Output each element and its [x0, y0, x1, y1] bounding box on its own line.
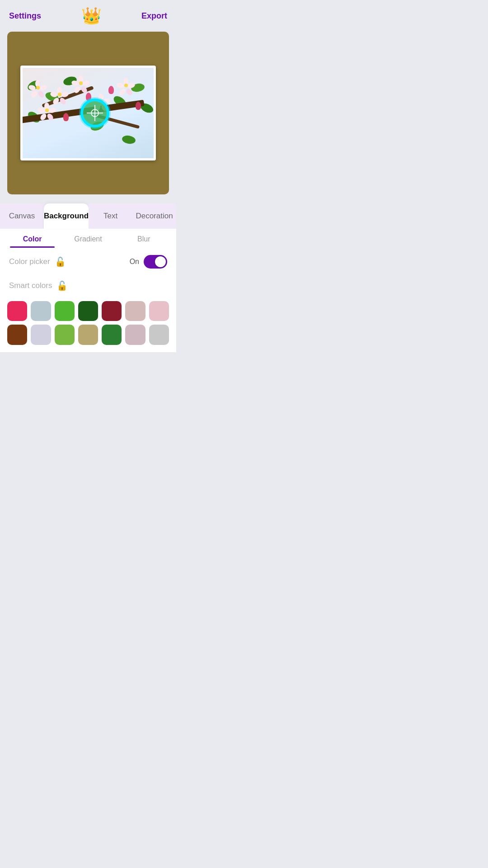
crosshair-icon — [87, 105, 103, 121]
photo-background — [23, 68, 154, 158]
color-picker-label: Color picker 🔓 — [9, 256, 66, 267]
bud — [63, 113, 69, 121]
color-picker-cursor[interactable] — [80, 99, 109, 127]
sub-tab-color[interactable]: Color — [5, 229, 60, 248]
color-swatch[interactable] — [55, 325, 75, 344]
color-swatch[interactable] — [102, 325, 122, 344]
flower — [41, 104, 53, 117]
bottom-panel: Canvas Background Text Decoration Color … — [0, 196, 176, 352]
toggle-row: On — [130, 255, 167, 269]
color-swatch[interactable] — [7, 301, 27, 321]
color-swatch[interactable] — [78, 301, 98, 321]
color-swatch[interactable] — [102, 301, 122, 321]
color-swatch[interactable] — [125, 325, 145, 344]
tab-decoration[interactable]: Decoration — [132, 203, 176, 229]
settings-button[interactable]: Settings — [9, 11, 41, 21]
sub-tab-gradient[interactable]: Gradient — [60, 229, 116, 248]
sub-tab-blur[interactable]: Blur — [116, 229, 172, 248]
color-picker-row: Color picker 🔓 On — [0, 248, 176, 276]
color-picker-text: Color picker — [9, 257, 50, 266]
header: Settings 👑 Export — [0, 0, 176, 30]
smart-colors-row: Smart colors 🔓 — [0, 276, 176, 297]
tab-background[interactable]: Background — [44, 203, 89, 229]
color-picker-lock-icon[interactable]: 🔓 — [55, 256, 66, 267]
color-swatch[interactable] — [149, 301, 169, 321]
sub-tab-bar: Color Gradient Blur — [0, 229, 176, 248]
color-swatch[interactable] — [125, 301, 145, 321]
crown-icon: 👑 — [81, 6, 102, 25]
color-swatch[interactable] — [7, 325, 27, 344]
color-swatch[interactable] — [78, 325, 98, 344]
color-swatch[interactable] — [55, 301, 75, 321]
main-tab-bar: Canvas Background Text Decoration — [0, 203, 176, 229]
toggle-on-label: On — [130, 258, 139, 266]
smart-colors-label: Smart colors — [9, 281, 52, 290]
bud — [136, 102, 141, 110]
color-picker-toggle[interactable] — [144, 255, 167, 269]
toggle-knob — [155, 256, 166, 267]
color-swatch[interactable] — [31, 325, 51, 344]
export-button[interactable]: Export — [141, 11, 167, 21]
bud — [108, 86, 114, 94]
flower — [32, 81, 44, 94]
photo-frame[interactable] — [20, 66, 156, 160]
tab-text[interactable]: Text — [89, 203, 132, 229]
flower — [53, 88, 66, 101]
tab-canvas[interactable]: Canvas — [0, 203, 44, 229]
color-swatch[interactable] — [31, 301, 51, 321]
swatches-grid — [0, 297, 176, 352]
canvas-preview — [7, 32, 169, 194]
color-swatch[interactable] — [149, 325, 169, 344]
flower — [120, 79, 132, 92]
flower — [75, 77, 87, 90]
smart-colors-lock-icon[interactable]: 🔓 — [56, 280, 68, 291]
